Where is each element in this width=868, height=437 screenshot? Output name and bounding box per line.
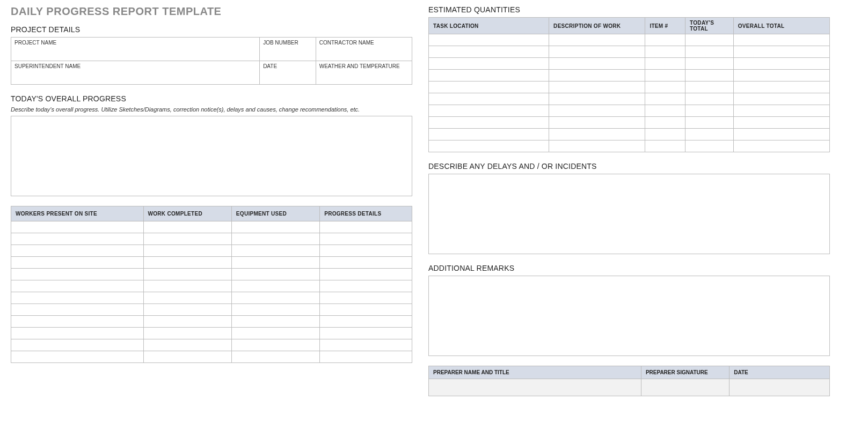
table-cell[interactable] xyxy=(645,105,685,117)
table-cell[interactable] xyxy=(320,304,412,316)
table-cell[interactable] xyxy=(733,105,829,117)
table-cell[interactable] xyxy=(143,245,231,257)
table-cell[interactable] xyxy=(143,257,231,269)
table-cell[interactable] xyxy=(685,105,734,117)
table-cell[interactable] xyxy=(11,328,144,339)
contractor-input[interactable] xyxy=(316,46,412,61)
table-cell[interactable] xyxy=(429,140,549,152)
table-cell[interactable] xyxy=(549,93,645,105)
weather-input[interactable] xyxy=(316,70,412,85)
table-cell[interactable] xyxy=(733,140,829,152)
table-cell[interactable] xyxy=(11,292,144,304)
table-cell[interactable] xyxy=(11,269,144,280)
table-cell[interactable] xyxy=(320,316,412,328)
table-cell[interactable] xyxy=(11,316,144,328)
table-cell[interactable] xyxy=(320,280,412,292)
table-cell[interactable] xyxy=(685,82,734,93)
table-cell[interactable] xyxy=(429,105,549,117)
table-cell[interactable] xyxy=(11,221,144,233)
table-cell[interactable] xyxy=(685,58,734,70)
table-cell[interactable] xyxy=(645,34,685,46)
table-cell[interactable] xyxy=(733,117,829,129)
superintendent-input[interactable] xyxy=(11,70,260,85)
table-cell[interactable] xyxy=(231,351,319,363)
table-cell[interactable] xyxy=(320,328,412,339)
table-cell[interactable] xyxy=(685,140,734,152)
table-cell[interactable] xyxy=(320,221,412,233)
table-cell[interactable] xyxy=(645,140,685,152)
table-cell[interactable] xyxy=(645,70,685,82)
overall-progress-textarea[interactable] xyxy=(11,116,412,196)
table-cell[interactable] xyxy=(549,140,645,152)
table-cell[interactable] xyxy=(733,70,829,82)
table-cell[interactable] xyxy=(549,129,645,140)
table-cell[interactable] xyxy=(645,58,685,70)
table-cell[interactable] xyxy=(231,245,319,257)
delays-textarea[interactable] xyxy=(428,174,830,254)
project-name-input[interactable] xyxy=(11,46,260,61)
preparer-date-input[interactable] xyxy=(730,379,830,396)
table-cell[interactable] xyxy=(733,58,829,70)
table-cell[interactable] xyxy=(11,233,144,245)
table-cell[interactable] xyxy=(733,129,829,140)
table-cell[interactable] xyxy=(320,233,412,245)
table-cell[interactable] xyxy=(143,233,231,245)
table-cell[interactable] xyxy=(685,34,734,46)
table-cell[interactable] xyxy=(549,58,645,70)
table-cell[interactable] xyxy=(143,292,231,304)
table-cell[interactable] xyxy=(231,316,319,328)
table-cell[interactable] xyxy=(231,339,319,351)
table-cell[interactable] xyxy=(231,221,319,233)
table-cell[interactable] xyxy=(231,257,319,269)
table-cell[interactable] xyxy=(143,339,231,351)
table-cell[interactable] xyxy=(429,117,549,129)
table-cell[interactable] xyxy=(429,82,549,93)
table-cell[interactable] xyxy=(685,93,734,105)
table-cell[interactable] xyxy=(143,304,231,316)
table-cell[interactable] xyxy=(231,328,319,339)
table-cell[interactable] xyxy=(645,82,685,93)
table-cell[interactable] xyxy=(429,58,549,70)
table-cell[interactable] xyxy=(549,105,645,117)
table-cell[interactable] xyxy=(231,280,319,292)
table-cell[interactable] xyxy=(320,257,412,269)
table-cell[interactable] xyxy=(733,34,829,46)
table-cell[interactable] xyxy=(11,304,144,316)
remarks-textarea[interactable] xyxy=(428,276,830,356)
table-cell[interactable] xyxy=(11,280,144,292)
table-cell[interactable] xyxy=(231,233,319,245)
table-cell[interactable] xyxy=(320,351,412,363)
table-cell[interactable] xyxy=(429,93,549,105)
table-cell[interactable] xyxy=(11,245,144,257)
table-cell[interactable] xyxy=(143,221,231,233)
table-cell[interactable] xyxy=(645,117,685,129)
table-cell[interactable] xyxy=(143,269,231,280)
preparer-name-input[interactable] xyxy=(429,379,641,396)
table-cell[interactable] xyxy=(645,46,685,58)
table-cell[interactable] xyxy=(685,129,734,140)
table-cell[interactable] xyxy=(143,316,231,328)
table-cell[interactable] xyxy=(231,269,319,280)
table-cell[interactable] xyxy=(11,339,144,351)
table-cell[interactable] xyxy=(143,280,231,292)
table-cell[interactable] xyxy=(231,292,319,304)
table-cell[interactable] xyxy=(429,70,549,82)
table-cell[interactable] xyxy=(11,351,144,363)
table-cell[interactable] xyxy=(645,93,685,105)
table-cell[interactable] xyxy=(320,245,412,257)
table-cell[interactable] xyxy=(733,82,829,93)
table-cell[interactable] xyxy=(549,82,645,93)
table-cell[interactable] xyxy=(320,269,412,280)
table-cell[interactable] xyxy=(549,117,645,129)
preparer-signature-input[interactable] xyxy=(641,379,729,396)
table-cell[interactable] xyxy=(11,257,144,269)
table-cell[interactable] xyxy=(685,117,734,129)
table-cell[interactable] xyxy=(645,129,685,140)
table-cell[interactable] xyxy=(320,339,412,351)
table-cell[interactable] xyxy=(429,34,549,46)
date-input[interactable] xyxy=(260,70,316,85)
table-cell[interactable] xyxy=(429,46,549,58)
table-cell[interactable] xyxy=(685,70,734,82)
table-cell[interactable] xyxy=(320,292,412,304)
table-cell[interactable] xyxy=(549,70,645,82)
